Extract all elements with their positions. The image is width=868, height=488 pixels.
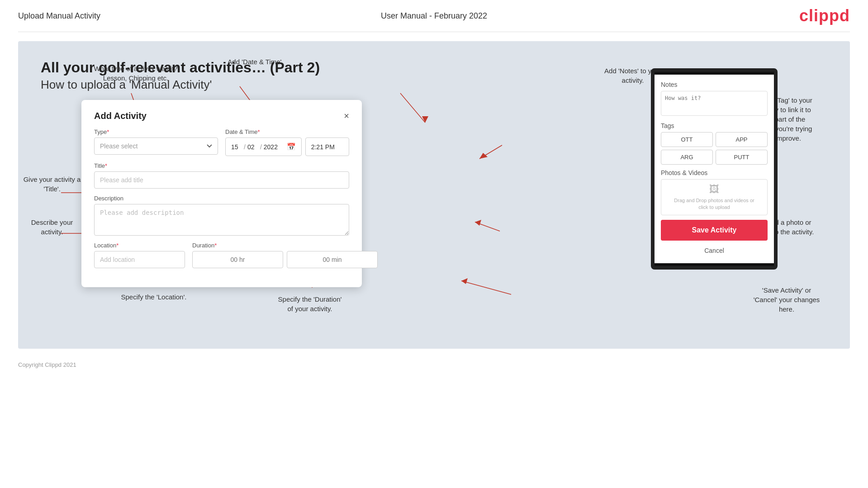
annotation-save-cancel: 'Save Activity' or'Cancel' your changesh… [732,285,841,314]
photos-label: Photos & Videos [661,169,768,176]
copyright-text: Copyright Clippd 2021 [18,361,76,368]
svg-line-12 [400,93,425,123]
tags-grid: OTT APP ARG PUTT [661,132,768,165]
annotation-type: What type of activity was it?Lesson, Chi… [84,64,188,83]
form-group-type: Type* Please select [94,128,218,156]
modal-header: Add Activity × [94,111,349,121]
form-row-title: Title* [94,162,349,189]
footer: Copyright Clippd 2021 [0,358,868,372]
svg-marker-15 [479,153,488,159]
description-label: Description [94,195,349,202]
manual-title: User Manual - February 2022 [381,11,487,21]
annotation-title: Give your activity a'Title'. [18,175,86,194]
svg-line-14 [479,145,502,159]
photo-drop-zone[interactable]: 🖼 Drag and Drop photos and videos orclic… [661,179,768,215]
form-group-location: Location* [94,242,185,268]
tags-label: Tags [661,122,768,129]
notes-label: Notes [661,81,768,88]
annotation-duration: Specify the 'Duration'of your activity. [258,294,362,313]
svg-line-16 [475,222,500,231]
main-content: All your golf-relevant activities… (Part… [18,41,850,349]
annotation-describe: Describe youractivity. [18,218,86,237]
svg-marker-19 [461,278,468,284]
annotation-datetime: Add 'Date & Time'. [208,57,303,66]
duration-inputs [192,251,378,268]
annotation-location: Specify the 'Location'. [109,292,199,302]
form-group-description: Description [94,195,349,236]
cancel-button[interactable]: Cancel [661,244,768,257]
phone-inner: Notes Tags OTT APP ARG PUTT Photos & Vid… [655,75,774,263]
location-label: Location* [94,242,185,249]
form-row-type-date: Type* Please select Date & Time* / / [94,128,349,156]
date-day-input[interactable] [231,143,242,151]
date-month-input[interactable] [247,143,258,151]
top-bar: Upload Manual Activity User Manual - Feb… [0,0,868,32]
duration-label: Duration* [192,242,378,249]
svg-line-18 [461,281,511,294]
logo: clippd [799,6,850,25]
photo-icon: 🖼 [709,184,719,195]
phone-frame: Notes Tags OTT APP ARG PUTT Photos & Vid… [651,68,778,270]
form-group-datetime: Date & Time* / / 📅 2:21 PM [225,128,349,156]
time-input-wrapper[interactable]: 2:21 PM [305,137,349,156]
form-row-location-duration: Location* Duration* [94,242,349,268]
duration-min-input[interactable] [287,251,378,268]
save-activity-button[interactable]: Save Activity [661,220,768,241]
date-input-wrapper[interactable]: / / 📅 [225,137,302,156]
modal-title: Add Activity [94,111,147,121]
form-group-duration: Duration* [192,242,378,268]
add-activity-modal: Add Activity × Type* Please select Date … [81,100,362,287]
duration-hr-input[interactable] [192,251,283,268]
calendar-icon: 📅 [287,142,296,151]
date-label: Date & Time* [225,128,349,135]
svg-marker-17 [475,220,481,226]
date-year-input[interactable] [264,143,281,151]
tag-putt[interactable]: PUTT [716,150,768,165]
header-divider [18,32,850,32]
tag-arg[interactable]: ARG [661,150,713,165]
tag-ott[interactable]: OTT [661,132,713,147]
phone-panel: Notes Tags OTT APP ARG PUTT Photos & Vid… [651,68,778,270]
modal-close-button[interactable]: × [344,111,349,121]
title-field-label: Title* [94,162,349,169]
location-input[interactable] [94,251,185,268]
photo-hint: Drag and Drop photos and videos orclick … [674,197,754,211]
svg-marker-13 [422,116,428,123]
type-select[interactable]: Please select [94,137,218,155]
title-input[interactable] [94,171,349,189]
type-label: Type* [94,128,218,135]
description-textarea[interactable] [94,204,349,236]
form-group-title: Title* [94,162,349,189]
notes-textarea[interactable] [661,91,768,116]
time-value: 2:21 PM [311,143,335,151]
tag-app[interactable]: APP [716,132,768,147]
form-row-description: Description [94,195,349,236]
page-title: Upload Manual Activity [18,11,100,21]
